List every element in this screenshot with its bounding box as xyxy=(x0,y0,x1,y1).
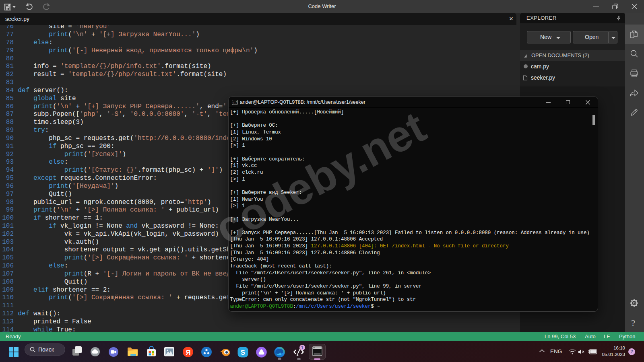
svg-text:Я: Я xyxy=(186,349,190,356)
svg-text:c:\: c:\ xyxy=(233,101,237,104)
svg-text:S: S xyxy=(241,349,245,356)
